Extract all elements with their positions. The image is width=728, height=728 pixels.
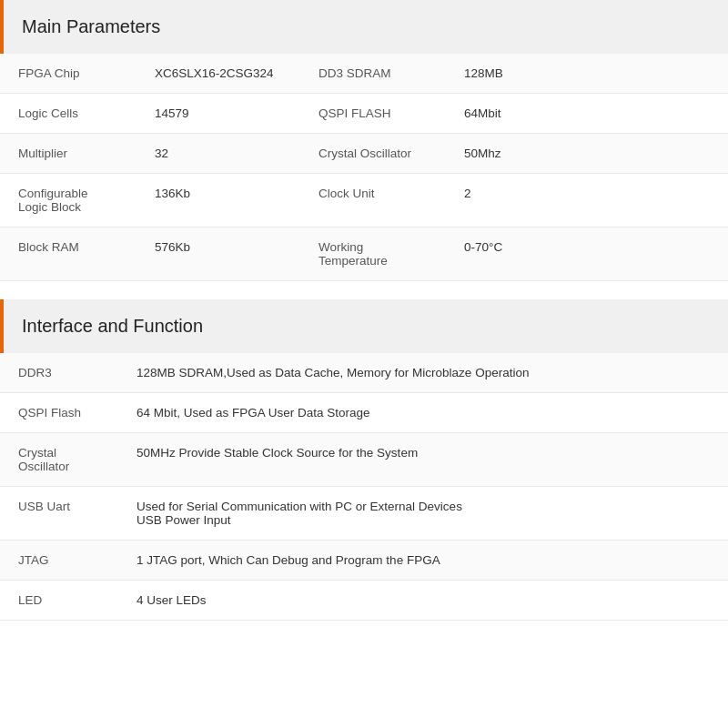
iface-value-5: 4 User LEDs <box>118 581 728 621</box>
param-label2-4: Working Temperature <box>300 228 446 281</box>
interface-section: Interface and Function DDR3 128MB SDRAM,… <box>0 299 728 621</box>
section-gap <box>0 281 728 299</box>
param-label2-1: QSPI FLASH <box>300 94 446 134</box>
interface-title: Interface and Function <box>22 316 203 337</box>
main-params-header: Main Parameters <box>0 0 728 54</box>
iface-label-3: USB Uart <box>0 487 118 541</box>
interface-table: DDR3 128MB SDRAM,Used as Data Cache, Mem… <box>0 353 728 621</box>
interface-row: DDR3 128MB SDRAM,Used as Data Cache, Mem… <box>0 353 728 393</box>
iface-label-5: LED <box>0 581 118 621</box>
iface-value-4: 1 JTAG port, Which Can Debug and Program… <box>118 541 728 581</box>
param-value-4: 576Kb <box>136 228 300 281</box>
param-value-1: 14579 <box>136 94 300 134</box>
params-row: Multiplier 32 Crystal Oscillator 50Mhz <box>0 134 728 174</box>
interface-row: Crystal Oscillator 50MHz Provide Stable … <box>0 433 728 487</box>
page-container: Main Parameters FPGA Chip XC6SLX16-2CSG3… <box>0 0 728 621</box>
param-label2-0: DD3 SDRAM <box>300 54 446 94</box>
iface-value-3: Used for Serial Communication with PC or… <box>118 487 728 541</box>
param-value-0: XC6SLX16-2CSG324 <box>136 54 300 94</box>
main-params-section: Main Parameters FPGA Chip XC6SLX16-2CSG3… <box>0 0 728 281</box>
params-row: Logic Cells 14579 QSPI FLASH 64Mbit <box>0 94 728 134</box>
params-row: Configurable Logic Block 136Kb Clock Uni… <box>0 174 728 228</box>
param-label2-3: Clock Unit <box>300 174 446 228</box>
main-params-title: Main Parameters <box>22 16 160 37</box>
param-value2-1: 64Mbit <box>446 94 728 134</box>
param-label-4: Block RAM <box>0 228 136 281</box>
interface-row: JTAG 1 JTAG port, Which Can Debug and Pr… <box>0 541 728 581</box>
params-row: Block RAM 576Kb Working Temperature 0-70… <box>0 228 728 281</box>
interface-row: QSPI Flash 64 Mbit, Used as FPGA User Da… <box>0 393 728 433</box>
param-label-0: FPGA Chip <box>0 54 136 94</box>
iface-value-0: 128MB SDRAM,Used as Data Cache, Memory f… <box>118 353 728 393</box>
interface-header: Interface and Function <box>0 299 728 353</box>
iface-value-1: 64 Mbit, Used as FPGA User Data Storage <box>118 393 728 433</box>
params-row: FPGA Chip XC6SLX16-2CSG324 DD3 SDRAM 128… <box>0 54 728 94</box>
iface-label-1: QSPI Flash <box>0 393 118 433</box>
param-label-3: Configurable Logic Block <box>0 174 136 228</box>
iface-label-2: Crystal Oscillator <box>0 433 118 487</box>
param-value2-3: 2 <box>446 174 728 228</box>
param-value2-2: 50Mhz <box>446 134 728 174</box>
param-value2-0: 128MB <box>446 54 728 94</box>
iface-label-0: DDR3 <box>0 353 118 393</box>
param-value2-4: 0-70°C <box>446 228 728 281</box>
iface-label-4: JTAG <box>0 541 118 581</box>
iface-value-2: 50MHz Provide Stable Clock Source for th… <box>118 433 728 487</box>
param-value-2: 32 <box>136 134 300 174</box>
param-label2-2: Crystal Oscillator <box>300 134 446 174</box>
interface-row: USB Uart Used for Serial Communication w… <box>0 487 728 541</box>
param-value-3: 136Kb <box>136 174 300 228</box>
param-label-1: Logic Cells <box>0 94 136 134</box>
param-label-2: Multiplier <box>0 134 136 174</box>
params-table: FPGA Chip XC6SLX16-2CSG324 DD3 SDRAM 128… <box>0 54 728 281</box>
interface-row: LED 4 User LEDs <box>0 581 728 621</box>
